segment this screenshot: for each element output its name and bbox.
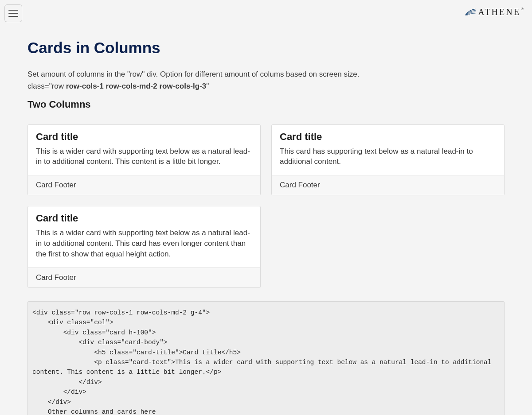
card-text: This is a wider card with supporting tex…	[36, 228, 252, 259]
card-footer: Card Footer	[272, 175, 504, 195]
card-text: This is a wider card with supporting tex…	[36, 146, 252, 167]
cards-row: Card title This is a wider card with sup…	[22, 119, 510, 293]
page-class-example: class="row row-cols-1 row-cols-md-2 row-…	[27, 82, 505, 91]
athene-swoosh-icon	[465, 8, 476, 16]
brand-logo-text: ATHENE®	[478, 7, 525, 17]
page-description: Set amount of columns in the "row" div. …	[27, 69, 505, 80]
card-footer: Card Footer	[28, 268, 260, 287]
brand-logo: ATHENE®	[465, 7, 525, 17]
card: Card title This is a wider card with sup…	[27, 124, 261, 196]
menu-toggle-button[interactable]	[4, 4, 22, 22]
code-example: <div class="row row-cols-1 row-cols-md-2…	[27, 301, 505, 415]
card-title: Card title	[36, 213, 252, 224]
card-title: Card title	[36, 131, 252, 143]
card-title: Card title	[280, 131, 496, 143]
page-title: Cards in Columns	[27, 39, 505, 57]
section-heading: Two Columns	[27, 99, 505, 110]
card: Card title This card has supporting text…	[271, 124, 505, 196]
card: Card title This is a wider card with sup…	[27, 206, 261, 287]
card-text: This card has supporting text below as a…	[280, 146, 496, 167]
card-footer: Card Footer	[28, 175, 260, 195]
